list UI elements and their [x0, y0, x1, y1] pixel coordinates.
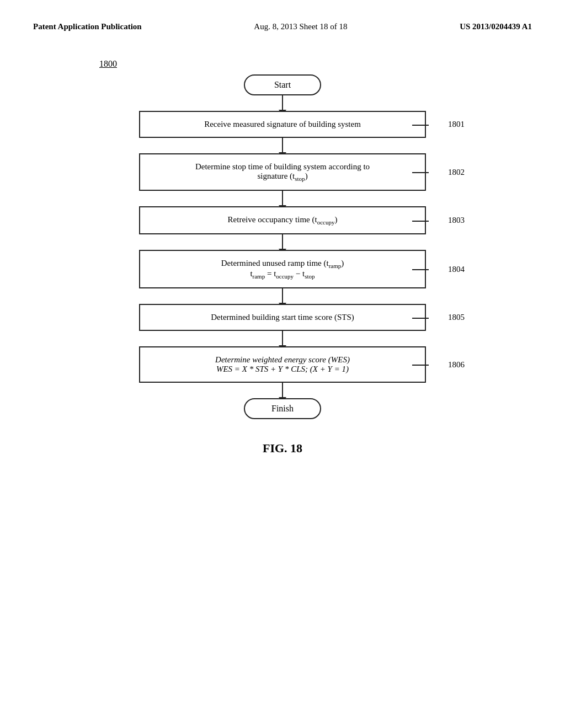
flowchart: Start Receive measured signature of buil…: [89, 74, 476, 419]
step-1802-text: Determine stop time of building system a…: [195, 162, 370, 180]
header-patent-number: US 2013/0204439 A1: [460, 22, 532, 31]
finish-row: Finish: [89, 398, 476, 419]
step-1805-line: [412, 318, 429, 319]
step-1806-text: Determine weighted energy score (WES)WES…: [215, 355, 350, 373]
step-1802-row: Determine stop time of building system a…: [89, 153, 476, 191]
page: Patent Application Publication Aug. 8, 2…: [0, 0, 565, 728]
step-1802-box: Determine stop time of building system a…: [139, 153, 426, 191]
step-1806-number: 1806: [448, 360, 465, 370]
step-1801-line: [412, 125, 429, 126]
step-1806-line: [412, 365, 429, 366]
step-1803-box: Retreive occupancy time (toccupy): [139, 206, 426, 234]
step-1802-line: [412, 172, 429, 173]
arrow-4: [282, 234, 283, 250]
diagram-container: 1800 Start Receive measured signature of…: [33, 59, 532, 456]
arrow-6: [282, 331, 283, 346]
step-1805-box: Determined building start time score (ST…: [139, 304, 426, 331]
arrow-5: [282, 288, 283, 304]
arrow-1: [282, 95, 283, 111]
step-1804-row: Determined unused ramp time (tramp)tramp…: [89, 250, 476, 288]
header-date-sheet: Aug. 8, 2013 Sheet 18 of 18: [254, 22, 347, 31]
step-1803-number: 1803: [448, 216, 465, 225]
step-1803-row: Retreive occupancy time (toccupy) 1803: [89, 206, 476, 234]
step-1805-text: Determined building start time score (ST…: [211, 313, 354, 322]
start-terminal: Start: [244, 74, 321, 95]
step-1806-box: Determine weighted energy score (WES)WES…: [139, 346, 426, 383]
step-1801-text: Receive measured signature of building s…: [204, 120, 361, 129]
step-1806-row: Determine weighted energy score (WES)WES…: [89, 346, 476, 383]
step-1803-text: Retreive occupancy time (toccupy): [228, 215, 338, 224]
arrow-7: [282, 383, 283, 398]
step-1802-number: 1802: [448, 168, 465, 177]
step-1801-number: 1801: [448, 120, 465, 129]
finish-terminal: Finish: [244, 398, 321, 419]
step-1805-number: 1805: [448, 313, 465, 322]
step-1801-row: Receive measured signature of building s…: [89, 111, 476, 138]
step-1804-number: 1804: [448, 265, 465, 274]
step-1804-line: [412, 269, 429, 270]
header: Patent Application Publication Aug. 8, 2…: [33, 22, 532, 31]
step-1804-text: Determined unused ramp time (tramp)tramp…: [221, 259, 344, 278]
step-1805-row: Determined building start time score (ST…: [89, 304, 476, 331]
header-publication: Patent Application Publication: [33, 22, 142, 31]
fig-label: FIG. 18: [263, 441, 302, 456]
step-1804-box: Determined unused ramp time (tramp)tramp…: [139, 250, 426, 288]
step-1801-box: Receive measured signature of building s…: [139, 111, 426, 138]
diagram-label: 1800: [99, 59, 117, 69]
arrow-3: [282, 191, 283, 206]
step-1803-line: [412, 221, 429, 222]
arrow-2: [282, 138, 283, 153]
start-row: Start: [89, 74, 476, 95]
